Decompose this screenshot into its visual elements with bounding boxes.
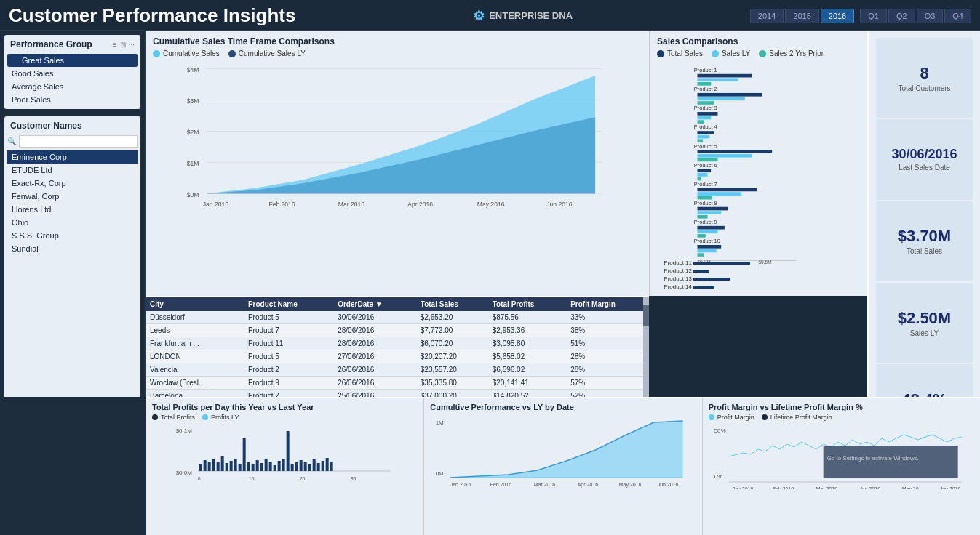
table-row[interactable]: Frankfurt am ...Product 1128/06/2016$6,0… bbox=[146, 337, 649, 350]
year-2014-btn[interactable]: 2014 bbox=[750, 9, 784, 23]
svg-text:0M: 0M bbox=[436, 470, 444, 477]
svg-rect-37 bbox=[698, 158, 718, 162]
q3-btn[interactable]: Q3 bbox=[917, 9, 944, 23]
kpi-sales-ly: $2.50M Sales LY bbox=[876, 283, 973, 363]
legend-dot-profit-margin bbox=[709, 414, 714, 420]
table-row[interactable]: LeedsProduct 728/06/2016$7,772.00$2,953.… bbox=[146, 324, 649, 337]
svg-text:50%: 50% bbox=[714, 427, 725, 434]
svg-text:Product 9: Product 9 bbox=[694, 219, 717, 225]
svg-text:Product 5: Product 5 bbox=[694, 143, 717, 150]
svg-text:$3M: $3M bbox=[187, 97, 199, 105]
customer-llorens[interactable]: Llorens Ltd bbox=[7, 203, 138, 216]
customer-label-2: Exact-Rx, Corp bbox=[12, 179, 66, 188]
svg-rect-65 bbox=[204, 460, 207, 471]
svg-text:Product 10: Product 10 bbox=[694, 238, 720, 244]
svg-text:Product 3: Product 3 bbox=[694, 105, 717, 111]
cumulative-svg-chart: $4M $3M $2M $1M $0M Jan 2016 Feb 2016 Ma… bbox=[153, 62, 642, 214]
bottom-margin-chart: Profit Margin vs Lifetime Profit Margin … bbox=[702, 397, 980, 535]
q2-btn[interactable]: Q2 bbox=[888, 9, 915, 23]
svg-rect-43 bbox=[698, 188, 757, 192]
perf-item-average-sales[interactable]: Average Sales bbox=[7, 80, 138, 93]
bottom-cumulative-chart: Cumultive Performance vs LY by Date 1M 0… bbox=[423, 397, 701, 535]
perf-item-great-sales[interactable]: Great Sales bbox=[7, 54, 138, 67]
customer-ohio[interactable]: Ohio bbox=[7, 216, 138, 229]
expand-icon[interactable]: ⊡ bbox=[120, 41, 126, 49]
svg-marker-11 bbox=[207, 76, 596, 193]
legend-lifetime-margin: Lifetime Profit Margin bbox=[762, 414, 832, 421]
table-row[interactable]: Wroclaw (Bresl...Product 926/06/2016$35,… bbox=[146, 377, 649, 390]
col-profit-margin: Profit Margin bbox=[566, 297, 649, 311]
svg-text:$0.0M: $0.0M bbox=[176, 470, 193, 476]
legend-label-ly: Sales LY bbox=[722, 49, 750, 57]
scrollbar-thumb[interactable] bbox=[643, 305, 649, 326]
q1-btn[interactable]: Q1 bbox=[860, 9, 887, 23]
svg-rect-49 bbox=[698, 215, 708, 219]
svg-rect-112 bbox=[823, 446, 957, 478]
bottom-spacer bbox=[0, 397, 146, 535]
perf-item-good-sales[interactable]: Good Sales bbox=[7, 67, 138, 80]
svg-text:Product 2: Product 2 bbox=[694, 86, 717, 92]
legend-dot-lifetime-margin bbox=[762, 414, 768, 420]
customer-fenwal[interactable]: Fenwal, Corp bbox=[7, 190, 138, 203]
svg-text:May 2016: May 2016 bbox=[619, 482, 642, 488]
customer-eminence-corp[interactable]: Eminence Corp bbox=[7, 150, 138, 164]
checkbox-great-sales bbox=[12, 57, 19, 64]
more-icon[interactable]: ··· bbox=[129, 41, 135, 49]
svg-rect-94 bbox=[330, 462, 333, 471]
table-row[interactable]: LONDONProduct 527/06/2016$20,207.20$5,65… bbox=[146, 350, 649, 363]
svg-rect-91 bbox=[317, 463, 320, 471]
panel-header-perf: Performance Group ≡ ⊡ ··· bbox=[7, 38, 138, 51]
customer-exact-rx[interactable]: Exact-Rx, Corp bbox=[7, 177, 138, 190]
svg-text:Apr 2016: Apr 2016 bbox=[407, 201, 433, 208]
dna-icon: ⚙ bbox=[473, 8, 485, 24]
q4-btn[interactable]: Q4 bbox=[944, 9, 971, 23]
legend-dot-total bbox=[657, 50, 664, 57]
legend-dot-prior bbox=[759, 50, 766, 57]
svg-text:$1M: $1M bbox=[187, 160, 199, 167]
svg-rect-47 bbox=[698, 207, 728, 211]
margin-svg: 50% 0% Go to Settings to activate Window… bbox=[709, 424, 974, 489]
search-icon: 🔍 bbox=[7, 137, 16, 145]
kpi-last-date-label: Last Sales Date bbox=[883, 164, 965, 172]
customer-sss-group[interactable]: S.S.S. Group bbox=[7, 229, 138, 242]
legend-profits-ly-label: Profits LY bbox=[211, 414, 239, 421]
svg-rect-78 bbox=[260, 463, 263, 471]
year-2016-btn[interactable]: 2016 bbox=[821, 9, 854, 23]
table-row[interactable]: DüsseldorfProduct 530/06/2016$2,653.20$8… bbox=[146, 311, 649, 324]
svg-marker-102 bbox=[450, 421, 683, 478]
legend-total-sales: Total Sales bbox=[657, 49, 703, 57]
svg-rect-71 bbox=[230, 461, 233, 471]
customer-search-input[interactable] bbox=[19, 135, 138, 148]
svg-rect-67 bbox=[212, 459, 215, 471]
customer-label-1: ETUDE Ltd bbox=[12, 166, 52, 174]
svg-rect-51 bbox=[698, 226, 725, 230]
svg-rect-77 bbox=[256, 460, 259, 471]
svg-rect-76 bbox=[252, 464, 255, 471]
svg-text:Product 4: Product 4 bbox=[694, 124, 717, 130]
legend-label-prior: Sales 2 Yrs Prior bbox=[769, 49, 824, 57]
customer-etude-ltd[interactable]: ETUDE Ltd bbox=[7, 164, 138, 177]
bottom-row: Total Profits per Day this Year vs Last … bbox=[0, 397, 980, 535]
legend-dot-profits bbox=[152, 414, 158, 420]
kpi-sales-ly-label: Sales LY bbox=[883, 329, 965, 337]
hamburger-icon[interactable]: ≡ bbox=[113, 41, 117, 49]
customer-label-6: S.S.S. Group bbox=[12, 231, 59, 240]
year-2015-btn[interactable]: 2015 bbox=[785, 9, 818, 23]
legend-dot-sales-ly bbox=[228, 50, 236, 57]
kpi-total-customers-value: 8 bbox=[883, 64, 965, 83]
table-row[interactable]: ValenciaProduct 226/06/2016$23,557.20$6,… bbox=[146, 363, 649, 377]
customer-sundial[interactable]: Sundial bbox=[7, 242, 138, 255]
customer-label-0: Eminence Corp bbox=[12, 153, 67, 161]
legend-label-sales: Cumulative Sales bbox=[163, 49, 220, 57]
legend-cumulative-sales-ly: Cumulative Sales LY bbox=[228, 49, 306, 57]
svg-rect-74 bbox=[243, 438, 246, 471]
svg-rect-73 bbox=[239, 464, 242, 471]
svg-text:May 20...: May 20... bbox=[901, 486, 923, 489]
legend-label-sales-ly: Cumulative Sales LY bbox=[239, 49, 306, 57]
svg-rect-48 bbox=[698, 211, 722, 214]
sales-comparisons-panel: Sales Comparisons Total Sales Sales LY S… bbox=[649, 31, 867, 296]
perf-item-poor-sales[interactable]: Poor Sales bbox=[7, 93, 138, 106]
svg-rect-29 bbox=[698, 120, 704, 124]
svg-rect-44 bbox=[698, 192, 742, 196]
legend-dot-ly bbox=[712, 50, 719, 57]
